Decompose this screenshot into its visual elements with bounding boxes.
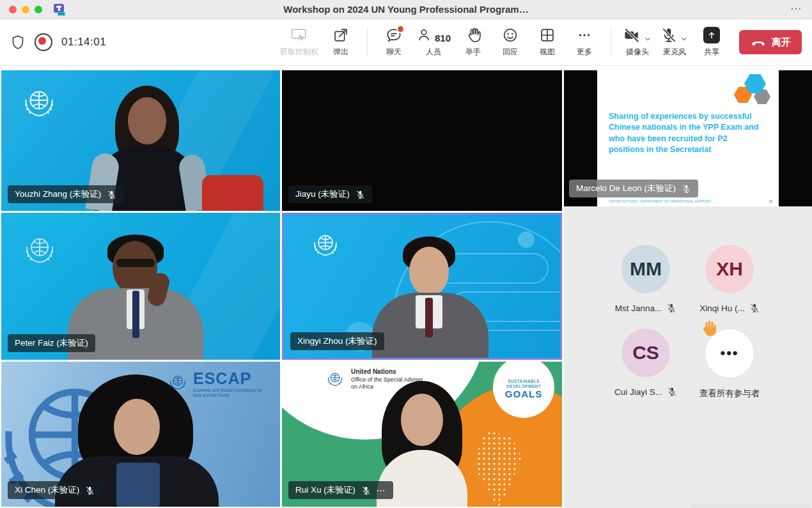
mic-off-icon [660,27,689,43]
mic-label: 麦克风 [663,47,686,58]
slide-footer: UNITED NATIONS | DEPARTMENT OF OPERATION… [609,199,711,203]
view-button[interactable]: 视图 [533,27,562,58]
more-button[interactable]: 更多 [570,27,599,58]
mic-muted-icon [107,190,116,199]
hang-up-phone-icon [751,38,766,47]
window-title: Workshop on 2024 UN Young Professional P… [0,0,812,19]
mic-muted-icon [666,303,676,313]
video-tile-peter-faiz[interactable]: Peter Faiz (未验证) [1,213,280,360]
slide-page-number: 29 [769,199,772,203]
camera-chevron-down-icon[interactable] [643,35,652,43]
tile-more-icon[interactable]: ⋯ [377,487,386,493]
participant-name: Xi Chen (未验证) [15,484,79,496]
titlebar-more-icon[interactable]: ⋯ [790,0,802,19]
un-emblem-icon [324,368,346,390]
mic-muted-icon [361,486,371,495]
raised-hand-icon [699,319,718,338]
security-shield-icon [10,35,26,50]
slide-logo-hexagons [733,74,772,110]
self-view-tile[interactable]: ZU [691,504,811,508]
people-icon: 810 [416,27,451,43]
more-label: 更多 [577,47,592,58]
mic-muted-icon [682,184,691,194]
view-all-participants-button[interactable]: ••• [705,328,754,378]
participant-label: Cui Jiayi S... [614,387,662,397]
sdg-line3: GOALS [505,389,542,400]
participant-cell-xh[interactable]: XH Xinqi Hu (... [682,245,777,313]
view-all-participants-cell[interactable]: ••• 查看所有参与者 [682,328,777,399]
meeting-toolbar: 01:14:01 获取控制权 弹出 聊天 810 人员 举手 回应 [0,19,812,66]
participant-count: 810 [435,33,451,43]
mic-button[interactable]: 麦克风 [660,27,689,58]
sdg-line1: SUSTAINABLE [508,379,540,384]
react-button[interactable]: 回应 [496,27,525,58]
osaa-line1: United Nations [351,368,396,375]
participant-name-pill: Jiayu (未验证) [288,185,372,203]
pop-out-button[interactable]: 弹出 [326,27,355,58]
chat-icon [386,27,402,43]
participant-name-pill: Xingyi Zhou (未验证) [290,332,384,350]
chat-button[interactable]: 聊天 [379,27,409,58]
mic-muted-icon [85,486,95,495]
more-dots-icon [576,27,593,43]
share-button[interactable]: 共享 [697,27,726,58]
raise-hand-icon [465,27,481,43]
participant-label: Mst Janna... [615,304,662,313]
toolbar-divider [611,28,611,56]
video-grid: Youzhi Zhang (未验证) Jiayu (未验证) Sharing o… [0,66,812,508]
toolbar-left-group: 01:14:01 [10,33,106,51]
raise-hand-label: 举手 [465,47,481,58]
video-tile-jiayu[interactable]: Jiayu (未验证) [282,70,562,211]
leave-label: 离开 [772,36,791,49]
participant-cell-cs[interactable]: CS Cui Jiayi S... [598,328,694,397]
chat-label: 聊天 [386,47,402,58]
react-label: 回应 [503,47,518,58]
avatar[interactable]: XH [705,245,754,293]
people-button[interactable]: 810 人员 [416,27,451,58]
video-tile-xingyi-zhou-active-speaker[interactable]: Xingyi Zhou (未验证) [282,213,562,360]
video-tile-rui-xu[interactable]: United Nations Office of the Special Adv… [282,362,562,507]
mic-chevron-down-icon[interactable] [680,35,689,43]
participant-name: Jiayu (未验证) [295,189,350,200]
screen-share-tile-marcelo[interactable]: Sharing of experiences by successful Chi… [564,70,812,206]
participant-name: Xingyi Zhou (未验证) [297,335,377,347]
participant-name: Rui Xu (未验证) [295,484,355,496]
avatar[interactable]: MM [621,245,670,293]
video-tile-xi-chen[interactable]: ESCAP Economic and Social Commission for… [1,362,280,507]
escap-subtitle: Economic and Social Commission for Asia … [193,388,270,399]
osaa-line3: on Africa [351,383,373,390]
teams-meeting-window: NEW Workshop on 2024 UN Young Profession… [0,0,812,508]
escap-logo: ESCAP Economic and Social Commission for… [166,371,270,399]
people-label: 人员 [426,47,441,58]
pop-out-icon [332,27,349,43]
window-titlebar: NEW Workshop on 2024 UN Young Profession… [0,0,812,19]
un-emblem-icon [19,229,60,270]
un-emblem-icon [18,82,60,124]
overflow-dots-icon: ••• [720,350,738,357]
slide-title: Sharing of experiences by successful Chi… [609,111,761,155]
view-all-label: 查看所有参与者 [699,388,760,399]
take-control-button: 获取控制权 [280,27,318,58]
participant-name-pill: Youzhi Zhang (未验证) [8,185,123,203]
participant-name-pill: Xi Chen (未验证) [8,481,102,499]
share-screen-icon [703,27,720,43]
glasses [116,259,155,267]
participant-name: Youzhi Zhang (未验证) [15,189,101,200]
mic-muted-icon [667,387,677,397]
participant-cell-mm[interactable]: MM Mst Janna... [598,245,694,313]
camera-off-icon [623,27,652,43]
participant-name-pill: Peter Faiz (未验证) [8,334,95,352]
escap-title: ESCAP [193,371,270,387]
chat-notification-dot [396,25,405,33]
meeting-timer: 01:14:01 [61,36,106,49]
pop-out-label: 弹出 [333,47,348,58]
mic-muted-icon [749,303,760,313]
avatar[interactable]: CS [621,328,670,377]
take-control-icon [290,27,308,43]
leave-button[interactable]: 离开 [739,30,802,54]
camera-button[interactable]: 摄像头 [623,27,652,58]
participant-name: Peter Faiz (未验证) [15,337,88,349]
raise-hand-button[interactable]: 举手 [458,27,488,58]
presenter-name-pill: Marcelo De Leon (未验证) [569,180,698,197]
video-tile-youzhi-zhang[interactable]: Youzhi Zhang (未验证) [1,70,280,211]
